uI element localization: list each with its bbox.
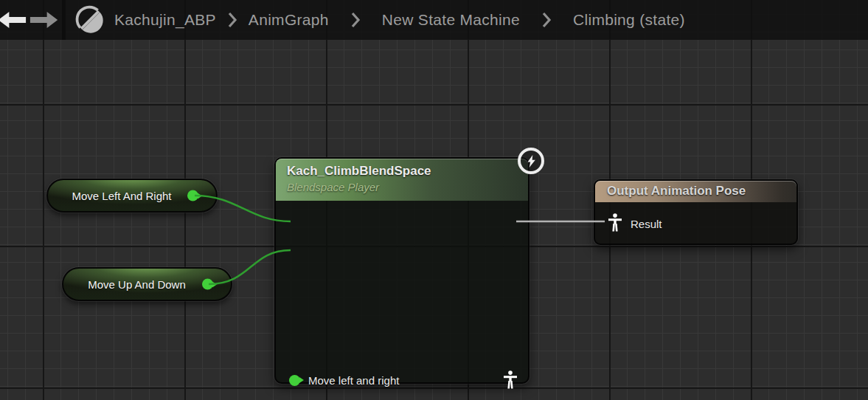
input-pin-row: Move left and right xyxy=(289,370,399,390)
input-pin-move-left-and-right[interactable] xyxy=(289,375,300,386)
output-pose-pin[interactable] xyxy=(502,370,518,393)
lightning-bolt-icon xyxy=(525,154,538,168)
output-pin-move-up-and-down[interactable] xyxy=(202,279,213,290)
breadcrumb-item-blueprint[interactable]: Kachujin_ABP xyxy=(114,11,216,29)
result-pose-pin[interactable] xyxy=(607,213,623,235)
node-subtitle: Blendspace Player xyxy=(287,181,528,193)
breadcrumb-item-state[interactable]: Climbing (state) xyxy=(573,11,685,29)
animgraph-icon xyxy=(74,4,105,35)
pin-label: Move left and right xyxy=(308,374,399,387)
variable-node-label: Move Left And Right xyxy=(72,190,171,202)
pose-person-icon xyxy=(607,213,623,232)
chevron-right-icon xyxy=(227,12,237,28)
output-node-header: Output Animation Pose xyxy=(595,181,796,202)
back-arrow-icon xyxy=(0,10,27,30)
breadcrumb: Kachujin_ABP AnimGraph New State Machine… xyxy=(114,11,685,29)
forward-arrow-icon xyxy=(29,10,59,30)
blendspace-player-node[interactable]: Kach_ClimbBlendSpace Blendspace Player M… xyxy=(274,157,530,384)
breadcrumb-item-animgraph[interactable]: AnimGraph xyxy=(249,11,329,29)
variable-node-move-up-and-down[interactable]: Move Up And Down xyxy=(62,267,232,301)
result-pin-row: Result xyxy=(607,213,662,234)
node-title: Output Animation Pose xyxy=(607,184,746,198)
variable-node-move-left-and-right[interactable]: Move Left And Right xyxy=(46,179,218,213)
variable-node-label: Move Up And Down xyxy=(88,278,186,291)
pin-label: Result xyxy=(631,218,662,230)
graph-canvas[interactable]: Kachujin_ABP AnimGraph New State Machine… xyxy=(0,0,868,400)
fast-path-badge xyxy=(518,148,544,174)
breadcrumb-item-state-machine[interactable]: New State Machine xyxy=(382,11,520,29)
blendspace-node-header: Kach_ClimbBlendSpace Blendspace Player xyxy=(276,159,528,201)
back-button[interactable] xyxy=(0,7,28,32)
chevron-right-icon xyxy=(541,12,552,28)
forward-button[interactable] xyxy=(28,7,60,32)
output-pin-move-left-and-right[interactable] xyxy=(187,190,198,201)
node-title: Kach_ClimbBlendSpace xyxy=(287,164,528,179)
nav-separator xyxy=(62,0,66,40)
output-animation-pose-node[interactable]: Output Animation Pose Result xyxy=(594,179,798,245)
chevron-right-icon xyxy=(350,12,361,28)
pose-person-icon xyxy=(502,370,518,390)
breadcrumb-bar: Kachujin_ABP AnimGraph New State Machine… xyxy=(0,0,868,40)
